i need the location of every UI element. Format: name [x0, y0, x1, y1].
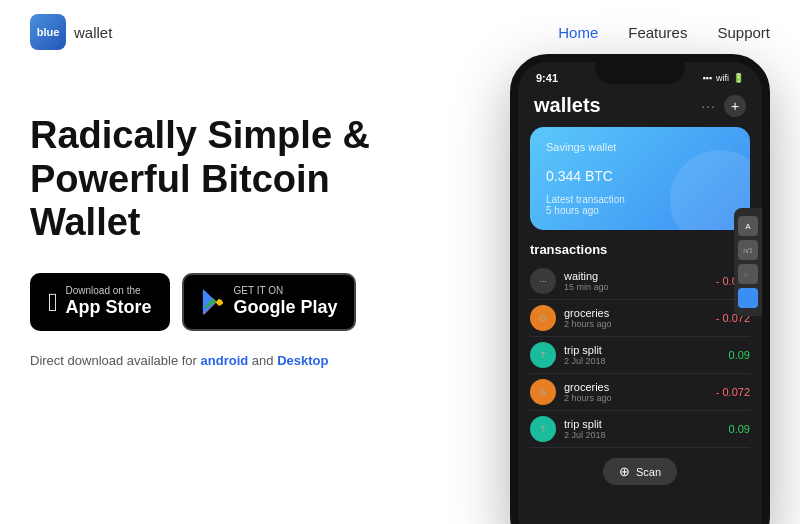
status-icons: ▪▪▪ wifi 🔋: [702, 73, 744, 83]
scan-button[interactable]: ⊕ Scan: [603, 458, 677, 485]
nav-support[interactable]: Support: [717, 24, 770, 41]
scan-icon: ⊕: [619, 464, 630, 479]
apple-icon: : [48, 289, 58, 315]
appstore-text: Download on the App Store: [66, 285, 152, 319]
phone-notch: [595, 62, 685, 84]
tx-name-3: groceries: [564, 381, 708, 393]
scan-label: Scan: [636, 466, 661, 478]
direct-download-text: Direct download available for android an…: [30, 353, 770, 368]
tx-date-4: 2 Jul 2018: [564, 430, 721, 440]
tx-date-3: 2 hours ago: [564, 393, 708, 403]
logo-icon: blue: [30, 14, 66, 50]
table-row: T trip split 2 Jul 2018 0.09: [530, 411, 750, 448]
logo: blue wallet: [30, 14, 112, 50]
tx-avatar-3: G: [530, 379, 556, 405]
tx-info-4: trip split 2 Jul 2018: [564, 418, 721, 440]
left-content: Radically Simple & Powerful Bitcoin Wall…: [30, 84, 770, 368]
google-play-icon: [200, 289, 226, 315]
tx-avatar-4: T: [530, 416, 556, 442]
appstore-button[interactable]:  Download on the App Store: [30, 273, 170, 331]
nav-home[interactable]: Home: [558, 24, 598, 41]
tx-name-4: trip split: [564, 418, 721, 430]
android-link[interactable]: android: [201, 353, 249, 368]
battery-icon: 🔋: [733, 73, 744, 83]
tx-amount-3: - 0.072: [716, 386, 750, 398]
store-buttons:  Download on the App Store GET IT ON Go…: [30, 273, 770, 331]
tx-info-3: groceries 2 hours ago: [564, 381, 708, 403]
tx-amount-4: 0.09: [729, 423, 750, 435]
headline: Radically Simple & Powerful Bitcoin Wall…: [30, 114, 450, 245]
nav: Home Features Support: [558, 24, 770, 41]
status-time: 9:41: [536, 72, 558, 84]
desktop-link[interactable]: Desktop: [277, 353, 328, 368]
table-row: G groceries 2 hours ago - 0.072: [530, 374, 750, 411]
main-content: Radically Simple & Powerful Bitcoin Wall…: [0, 64, 800, 368]
signal-icon: ▪▪▪: [702, 73, 712, 83]
googleplay-button[interactable]: GET IT ON Google Play: [182, 273, 356, 331]
logo-text: wallet: [74, 24, 112, 41]
nav-features[interactable]: Features: [628, 24, 687, 41]
googleplay-text: GET IT ON Google Play: [234, 285, 338, 319]
wifi-icon: wifi: [716, 73, 729, 83]
